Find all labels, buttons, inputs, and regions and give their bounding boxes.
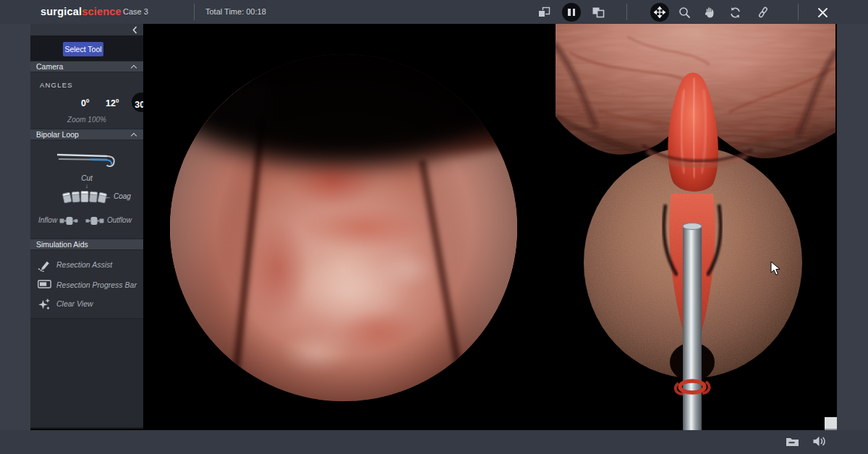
coag-arrow: ← — [105, 193, 111, 200]
outflow-label: Outflow — [107, 216, 132, 224]
simulation-aids-content: Resection Assist Resection Progress Bar … — [30, 251, 143, 318]
refresh-icon — [729, 7, 741, 19]
clear-view-icon — [38, 298, 51, 311]
angle-chip[interactable]: 00 — [81, 98, 89, 108]
resection-assist-label: Resection Assist — [56, 260, 112, 269]
link-views-button[interactable] — [754, 4, 772, 21]
zoom-tool-button[interactable] — [676, 4, 693, 21]
pan-tool-button[interactable] — [701, 4, 718, 21]
sidebar-empty-area — [30, 318, 143, 427]
flow-controls-row: Inflow Outflow — [30, 215, 143, 227]
bipolar-section-content: Cut ↓ ←Coag Inflow — [30, 141, 143, 239]
case-label: Case 3 — [123, 0, 148, 24]
topbar-separator — [626, 4, 627, 20]
bipolar-loop-instrument-icon — [55, 148, 119, 171]
camera-section-title: Camera — [36, 61, 63, 72]
left-gutter — [0, 24, 30, 430]
endoscope-camera-view[interactable] — [170, 54, 517, 401]
app-logo: surgicalscience — [41, 0, 122, 24]
simulation-aids-section-header[interactable]: Simulation Aids — [30, 239, 143, 250]
bipolar-section-title: Bipolar Loop — [36, 129, 79, 140]
overlap-windows-right-icon — [592, 7, 605, 18]
folder-button[interactable] — [786, 436, 799, 447]
overlap-windows-left-icon — [537, 7, 550, 18]
inflow-valve-icon[interactable] — [59, 215, 78, 226]
resection-progress-bar-label: Resection Progress Bar — [56, 280, 137, 289]
anatomy-3d-view[interactable] — [556, 24, 835, 430]
magnifier-icon — [678, 7, 691, 19]
resection-assist-icon — [38, 259, 51, 272]
coag-label: Coag — [114, 192, 131, 200]
topbar-separator — [798, 4, 799, 20]
cut-label: Cut — [30, 174, 143, 182]
chevron-up-icon — [131, 133, 137, 139]
link-icon — [757, 6, 770, 19]
pause-button[interactable] — [562, 3, 581, 22]
hand-icon — [704, 7, 715, 18]
resize-handle[interactable] — [825, 417, 837, 430]
camera-section-header[interactable]: Camera — [30, 61, 143, 72]
camera-section-content: ANGLES 00 120 300 Zoom 100% — [30, 73, 143, 129]
angle-chip[interactable]: 120 — [106, 98, 119, 108]
mouse-cursor — [770, 261, 781, 276]
zoom-level-label: Zoom 100% — [30, 116, 143, 124]
select-tool-section: Select Tool — [30, 35, 143, 61]
close-button[interactable] — [814, 4, 831, 21]
angles-heading: ANGLES — [40, 81, 73, 89]
reset-view-button[interactable] — [726, 4, 744, 21]
collapse-chevron-icon — [132, 26, 137, 34]
close-icon — [818, 8, 827, 17]
resection-progress-bar-toggle[interactable]: Resection Progress Bar — [30, 278, 143, 295]
sidebar-collapse-button[interactable] — [30, 24, 143, 35]
move-tool-button[interactable] — [650, 3, 669, 22]
endoscope-vignette — [170, 54, 517, 401]
total-time-label: Total Time: 00:18 — [205, 0, 266, 24]
focus-right-view-button[interactable] — [590, 4, 607, 21]
progress-bar-icon — [38, 279, 51, 289]
volume-button[interactable] — [812, 435, 827, 447]
clear-view-toggle[interactable]: Clear View — [30, 296, 143, 314]
move-tool-icon — [654, 7, 665, 18]
simulation-aids-title: Simulation Aids — [36, 239, 88, 250]
select-tool-button[interactable]: Select Tool — [63, 42, 103, 56]
bottom-bar — [0, 430, 868, 454]
focus-left-view-button[interactable] — [535, 4, 553, 21]
chevron-up-icon — [131, 65, 137, 71]
app-window: surgicalscience Case 3 Total Time: 00:18 — [0, 0, 868, 454]
logo-part-1: surgical — [41, 6, 82, 17]
bipolar-section-header[interactable]: Bipolar Loop — [30, 129, 143, 140]
simulation-viewport[interactable] — [143, 24, 837, 430]
pause-icon — [568, 9, 575, 16]
tool-sidebar: Select Tool Camera ANGLES 00 120 300 Zoo… — [30, 24, 143, 429]
right-gutter — [837, 24, 868, 430]
logo-part-2: science — [82, 6, 122, 17]
outflow-valve-icon[interactable] — [85, 215, 104, 226]
foot-pedals-icon — [62, 189, 107, 205]
coag-label-group: ←Coag — [105, 192, 131, 200]
topbar-separator — [194, 4, 195, 20]
resection-assist-toggle[interactable]: Resection Assist — [30, 257, 143, 275]
inflow-label: Inflow — [38, 216, 57, 224]
clear-view-label: Clear View — [56, 299, 93, 308]
top-bar: surgicalscience Case 3 Total Time: 00:18 — [0, 0, 868, 24]
